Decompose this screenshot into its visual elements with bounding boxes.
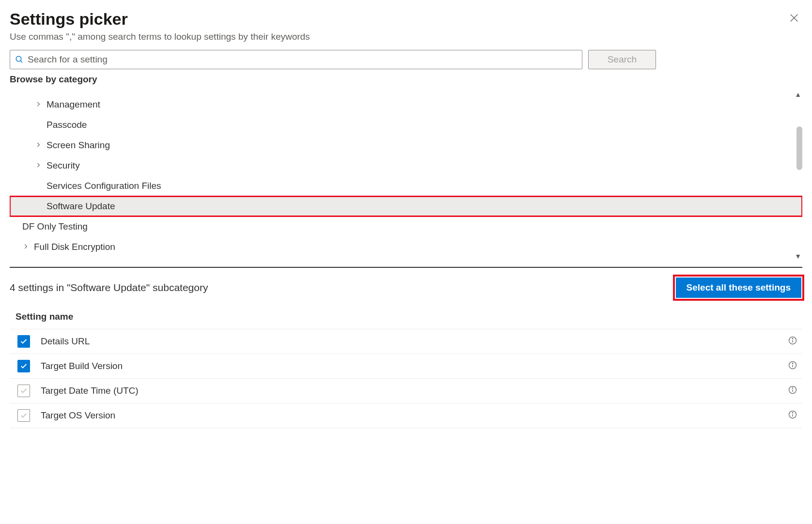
setting-checkbox[interactable] — [17, 360, 30, 372]
category-item[interactable]: Management — [10, 94, 802, 115]
category-item[interactable]: Screen Sharing — [10, 135, 802, 155]
setting-label: Target Build Version — [41, 361, 788, 371]
category-label: Passcode — [47, 120, 87, 130]
close-button[interactable] — [786, 10, 802, 28]
subcategory-count: 4 settings in "Software Update" subcateg… — [10, 282, 208, 293]
settings-list: Details URLTarget Build VersionTarget Da… — [10, 329, 802, 428]
category-label: DF Only Testing — [22, 221, 88, 232]
info-icon[interactable] — [788, 410, 797, 422]
search-input[interactable] — [24, 54, 577, 65]
page-title: Settings picker — [10, 10, 310, 29]
chevron-right-icon — [35, 99, 47, 110]
category-item[interactable]: Passcode — [10, 115, 802, 135]
page-subtitle: Use commas "," among search terms to loo… — [10, 31, 310, 42]
chevron-right-icon — [22, 242, 34, 252]
close-icon — [789, 13, 799, 23]
setting-checkbox[interactable] — [17, 409, 30, 422]
setting-name-column-header: Setting name — [10, 308, 802, 329]
category-item[interactable]: Security — [10, 155, 802, 176]
info-icon[interactable] — [788, 385, 797, 397]
setting-row[interactable]: Target OS Version — [10, 403, 802, 428]
category-item[interactable]: Services Configuration Files — [10, 176, 802, 196]
category-label: Software Update — [47, 201, 115, 212]
search-icon — [15, 55, 24, 64]
chevron-right-icon — [35, 140, 47, 151]
select-all-button[interactable]: Select all these settings — [676, 277, 801, 298]
category-label: Management — [47, 99, 100, 110]
category-label: Security — [47, 160, 80, 171]
svg-line-3 — [20, 61, 22, 62]
setting-row[interactable]: Target Date Time (UTC) — [10, 378, 802, 403]
browse-by-category-label: Browse by category — [10, 74, 802, 85]
svg-point-9 — [792, 363, 793, 363]
svg-point-6 — [792, 338, 793, 339]
setting-label: Target OS Version — [41, 410, 788, 421]
select-all-highlight: Select all these settings — [675, 277, 802, 299]
setting-label: Target Date Time (UTC) — [41, 385, 788, 396]
setting-label: Details URL — [41, 336, 788, 347]
setting-checkbox[interactable] — [17, 335, 30, 348]
category-label: Services Configuration Files — [47, 181, 161, 191]
scrollbar-thumb[interactable] — [796, 126, 802, 170]
setting-row[interactable]: Details URL — [10, 329, 802, 354]
category-label: Screen Sharing — [47, 140, 110, 151]
scroll-down-arrow-icon[interactable]: ▼ — [795, 252, 801, 260]
category-item[interactable]: Software Update — [10, 196, 802, 216]
info-icon[interactable] — [788, 336, 797, 348]
category-tree: ManagementPasscodeScreen SharingSecurity… — [10, 89, 802, 268]
scroll-up-arrow-icon[interactable]: ▲ — [795, 91, 801, 98]
category-label: Full Disk Encryption — [34, 242, 115, 252]
chevron-right-icon — [35, 160, 47, 171]
svg-point-12 — [792, 387, 793, 388]
info-icon[interactable] — [788, 360, 797, 372]
category-item[interactable]: Full Disk Encryption — [10, 237, 802, 257]
setting-checkbox[interactable] — [17, 385, 30, 397]
category-item[interactable]: DF Only Testing — [10, 216, 802, 237]
search-button[interactable]: Search — [588, 50, 656, 69]
search-box[interactable] — [10, 50, 582, 69]
svg-point-2 — [16, 56, 21, 62]
svg-point-15 — [792, 412, 793, 413]
setting-row[interactable]: Target Build Version — [10, 354, 802, 378]
